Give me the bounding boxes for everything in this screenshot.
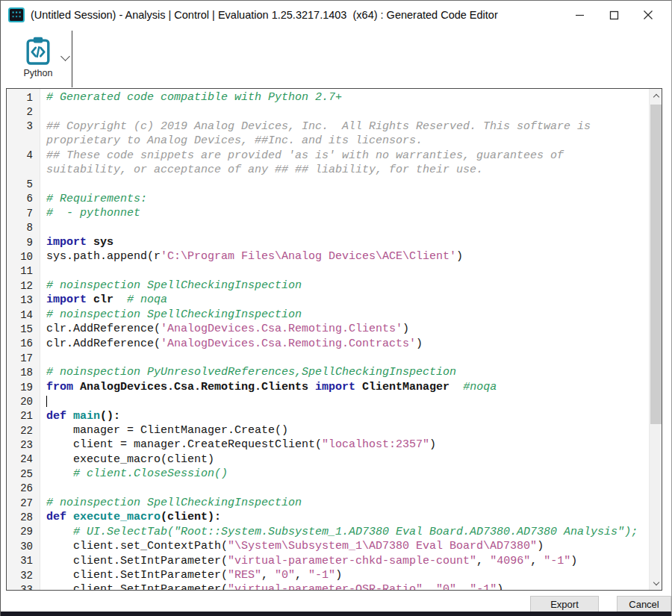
code-text: client.SetIntParameter("virtual-paramete… xyxy=(40,554,650,568)
code-line[interactable]: 5 xyxy=(7,177,650,191)
code-line[interactable]: 13import clr # noqa xyxy=(7,293,650,307)
code-text: # noinspection SpellCheckingInspection xyxy=(40,496,650,510)
scroll-down-button[interactable] xyxy=(650,576,662,590)
line-number: 13 xyxy=(7,294,40,306)
toolbar-divider xyxy=(72,31,72,87)
code-line[interactable]: 22 manager = ClientManager.Create() xyxy=(7,423,650,438)
line-number: 28 xyxy=(7,511,40,523)
line-number: 14 xyxy=(7,309,40,321)
code-text: client.set_ContextPath("\System\Subsyste… xyxy=(40,539,650,553)
code-line[interactable]: suitability, or acceptance of any ## ## … xyxy=(7,163,650,177)
vertical-scrollbar[interactable] xyxy=(649,89,662,590)
code-line[interactable]: 6# Requirements: xyxy=(7,192,650,206)
clipboard-code-icon xyxy=(25,37,51,65)
text-caret xyxy=(46,396,47,407)
code-text: # - pythonnet xyxy=(40,206,650,220)
code-line[interactable]: 4## These code snippets are provided 'as… xyxy=(7,149,650,163)
code-line[interactable]: 11 xyxy=(7,264,650,279)
chevron-down-icon xyxy=(653,579,659,585)
code-line[interactable]: 7# - pythonnet xyxy=(7,206,650,220)
code-text: import sys xyxy=(40,235,650,249)
line-number: 22 xyxy=(7,425,40,437)
code-line[interactable]: 9import sys xyxy=(7,235,650,249)
code-line[interactable]: 23 client = manager.CreateRequestClient(… xyxy=(7,438,650,452)
code-line[interactable]: 18# noinspection PyUnresolvedReferences,… xyxy=(7,365,650,379)
code-text: # UI.SelectTab("Root::System.Subsystem_1… xyxy=(40,525,650,539)
code-line[interactable]: 32 client.SetIntParameter("RES", "0", "-… xyxy=(7,568,650,582)
code-editor[interactable]: 1# Generated code compatible with Python… xyxy=(6,88,662,591)
code-line[interactable]: 28def execute_macro(client): xyxy=(7,510,650,524)
python-language-button[interactable]: Python xyxy=(17,35,59,86)
code-line[interactable]: 24 execute_macro(client) xyxy=(7,452,650,467)
code-line[interactable]: 14# noinspection SpellCheckingInspection xyxy=(7,308,650,322)
app-chip-icon xyxy=(8,7,25,22)
code-line[interactable]: 31 client.SetIntParameter("virtual-param… xyxy=(7,554,650,568)
code-line[interactable]: 27# noinspection SpellCheckingInspection xyxy=(7,496,650,510)
code-text: from AnalogDevices.Csa.Remoting.Clients … xyxy=(40,380,650,394)
minimize-icon xyxy=(575,10,585,20)
cancel-button[interactable]: Cancel xyxy=(617,596,671,613)
code-line[interactable]: 19from AnalogDevices.Csa.Remoting.Client… xyxy=(7,380,650,394)
code-text: client = manager.CreateRequestClient("lo… xyxy=(40,438,650,452)
code-line[interactable]: 1# Generated code compatible with Python… xyxy=(7,90,650,105)
line-number: 23 xyxy=(7,439,40,451)
code-line[interactable]: 3## Copyright (c) 2019 Analog Devices, I… xyxy=(7,119,650,134)
code-text: execute_macro(client) xyxy=(40,452,650,467)
code-text: # noinspection SpellCheckingInspection xyxy=(40,308,650,322)
code-line[interactable]: 8 xyxy=(7,221,650,235)
code-line[interactable]: 29 # UI.SelectTab("Root::System.Subsyste… xyxy=(7,525,650,539)
code-text: # client.CloseSession() xyxy=(40,467,650,481)
maximize-button[interactable] xyxy=(597,1,631,29)
chevron-down-icon[interactable] xyxy=(60,52,70,61)
line-number: 19 xyxy=(7,382,40,393)
window-controls xyxy=(562,1,665,29)
code-line[interactable]: 12# noinspection SpellCheckingInspection xyxy=(7,279,650,293)
code-text: def execute_macro(client): xyxy=(40,510,650,524)
code-line[interactable]: 10sys.path.append(r'C:\Program Files\Ana… xyxy=(7,249,650,264)
line-number: 11 xyxy=(7,265,40,277)
code-line[interactable]: 21def main(): xyxy=(7,409,650,423)
code-line[interactable]: 17 xyxy=(7,351,650,365)
minimize-button[interactable] xyxy=(562,1,597,29)
code-text: # noinspection PyUnresolvedReferences,Sp… xyxy=(40,365,650,379)
code-line[interactable]: 2 xyxy=(7,105,650,119)
scrollbar-thumb[interactable] xyxy=(650,105,662,424)
line-number: 2 xyxy=(7,106,40,118)
code-line[interactable]: proprietary to Analog Devices, ##Inc. an… xyxy=(7,134,650,148)
line-number: 32 xyxy=(7,570,40,582)
python-label: Python xyxy=(17,68,59,78)
code-text: def main(): xyxy=(40,409,650,423)
line-number: 20 xyxy=(7,396,40,408)
code-line[interactable]: 25 # client.CloseSession() xyxy=(7,467,650,481)
code-text: ## Copyright (c) 2019 Analog Devices, In… xyxy=(40,119,650,134)
code-text xyxy=(40,394,650,408)
line-number: 27 xyxy=(7,497,40,509)
line-number: 26 xyxy=(7,482,40,494)
line-number: 4 xyxy=(7,149,40,161)
close-icon xyxy=(643,10,653,20)
line-number: 15 xyxy=(7,323,40,335)
line-number: 29 xyxy=(7,526,40,538)
line-number: 12 xyxy=(7,280,40,292)
code-line[interactable]: 20 xyxy=(7,394,650,408)
code-line[interactable]: 16clr.AddReference('AnalogDevices.Csa.Re… xyxy=(7,337,650,351)
code-text: client.SetIntParameter("virtual-paramete… xyxy=(40,582,650,591)
export-button[interactable]: Export xyxy=(530,596,599,613)
title-bar: (Untitled Session) - Analysis | Control … xyxy=(1,1,671,29)
code-text: import clr # noqa xyxy=(40,293,650,307)
scroll-up-button[interactable] xyxy=(650,89,662,102)
bottom-dark-strip xyxy=(1,612,672,616)
toolbar: Python xyxy=(1,29,671,88)
code-line[interactable]: 15clr.AddReference('AnalogDevices.Csa.Re… xyxy=(7,322,650,336)
line-number: 24 xyxy=(7,453,40,465)
close-button[interactable] xyxy=(631,1,665,29)
window-title: (Untitled Session) - Analysis | Control … xyxy=(31,1,498,29)
code-text: clr.AddReference('AnalogDevices.Csa.Remo… xyxy=(40,322,650,336)
code-text: manager = ClientManager.Create() xyxy=(40,423,650,438)
code-line[interactable]: 26 xyxy=(7,482,650,496)
code-text: clr.AddReference('AnalogDevices.Csa.Remo… xyxy=(40,337,650,351)
line-number: 30 xyxy=(7,541,40,553)
code-text: proprietary to Analog Devices, ##Inc. an… xyxy=(40,134,650,148)
code-line[interactable]: 33 client.SetIntParameter("virtual-param… xyxy=(7,582,650,591)
code-line[interactable]: 30 client.set_ContextPath("\System\Subsy… xyxy=(7,539,650,553)
